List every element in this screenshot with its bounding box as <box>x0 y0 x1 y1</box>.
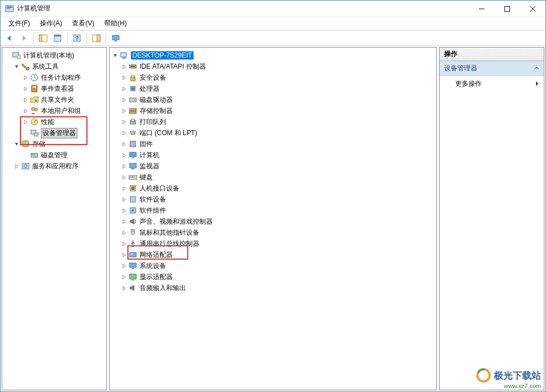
expand-icon[interactable] <box>120 184 128 193</box>
device-ports[interactable]: 端口 (COM 和 LPT) <box>111 127 435 138</box>
show-hide-tree-button[interactable] <box>37 32 50 44</box>
expand-icon[interactable] <box>21 117 30 126</box>
menubar: 文件(F) 操作(A) 查看(V) 帮助(H) <box>1 17 545 30</box>
expand-icon[interactable] <box>21 95 30 104</box>
svg-rect-51 <box>130 141 136 147</box>
device-ide[interactable]: IDE ATA/ATAPI 控制器 <box>111 61 435 72</box>
svg-rect-38 <box>131 66 135 67</box>
expand-icon[interactable] <box>120 272 128 281</box>
expand-icon[interactable] <box>120 128 128 137</box>
expand-icon[interactable] <box>120 84 128 93</box>
expand-icon[interactable] <box>120 206 128 215</box>
expand-icon[interactable] <box>21 84 30 93</box>
computer-icon <box>128 151 137 159</box>
tree-shared-folders[interactable]: 共享文件夹 <box>3 94 105 105</box>
tree-label: 显示适配器 <box>140 272 173 282</box>
minimize-button[interactable] <box>469 1 495 17</box>
device-processor[interactable]: 处理器 <box>111 83 435 94</box>
keyboard-icon <box>128 173 137 182</box>
tree-system-tools[interactable]: 系统工具 <box>3 61 105 72</box>
expand-icon[interactable] <box>120 73 128 82</box>
expand-icon[interactable] <box>120 261 128 270</box>
pc-icon <box>120 51 128 60</box>
expand-icon[interactable] <box>120 195 128 204</box>
tree-performance[interactable]: 性能 <box>3 116 105 127</box>
expand-icon[interactable] <box>120 162 128 171</box>
tree-device-manager[interactable]: 设备管理器 <box>3 127 105 138</box>
menu-action[interactable]: 操作(A) <box>35 18 66 29</box>
svg-point-48 <box>131 132 132 133</box>
app-icon <box>5 4 14 13</box>
tree-task-scheduler[interactable]: 任务计划程序 <box>3 72 105 83</box>
device-soft-dev[interactable]: 软件设备 <box>111 194 435 205</box>
menu-view[interactable]: 查看(V) <box>68 18 99 29</box>
device-keyboard[interactable]: 键盘 <box>111 172 435 183</box>
expand-icon[interactable] <box>120 117 128 126</box>
expand-icon[interactable] <box>120 217 128 226</box>
expand-icon[interactable] <box>21 73 30 82</box>
device-sound[interactable]: 声音、视频和游戏控制器 <box>111 216 435 227</box>
device-soft-comp[interactable]: 软件组件 <box>111 205 435 216</box>
view-options-button[interactable] <box>90 32 103 44</box>
svg-rect-70 <box>132 268 134 269</box>
collapse-icon[interactable] <box>12 62 21 71</box>
device-monitor[interactable]: 监视器 <box>111 161 435 172</box>
svg-rect-68 <box>131 254 132 255</box>
svg-rect-28 <box>34 133 38 136</box>
tree-root[interactable]: 计算机管理(本地) <box>3 50 105 61</box>
monitor-button[interactable] <box>109 32 122 44</box>
tree-label: 磁盘管理 <box>41 151 68 160</box>
expand-icon[interactable] <box>120 283 128 292</box>
close-button[interactable] <box>520 1 545 17</box>
device-security[interactable]: 安全设备 <box>111 72 435 83</box>
services-icon <box>21 162 30 171</box>
device-root[interactable]: DESKTOP-7S29EIT <box>111 50 435 61</box>
collapse-icon[interactable] <box>12 140 21 148</box>
expand-icon[interactable] <box>120 106 128 115</box>
expand-icon[interactable] <box>120 151 128 159</box>
device-system-dev[interactable]: 系统设备 <box>111 260 435 271</box>
tree-storage[interactable]: 存储 <box>3 138 105 149</box>
expand-icon[interactable] <box>120 239 128 248</box>
section-label: 设备管理器 <box>444 64 477 73</box>
svg-rect-18 <box>17 55 20 59</box>
expand-icon[interactable] <box>120 95 128 104</box>
device-computer[interactable]: 计算机 <box>111 149 435 161</box>
device-usb[interactable]: 通用串行总线控制器 <box>111 238 435 249</box>
expand-icon[interactable] <box>120 228 128 237</box>
device-firmware[interactable]: 固件 <box>111 138 435 149</box>
device-mouse[interactable]: 鼠标和其他指针设备 <box>111 227 435 238</box>
expand-icon[interactable] <box>120 62 128 71</box>
tree-event-viewer[interactable]: 事件查看器 <box>3 83 105 94</box>
device-print-queue[interactable]: 打印队列 <box>111 116 435 127</box>
device-display[interactable]: 显示适配器 <box>111 271 435 282</box>
audio-io-icon <box>128 283 137 292</box>
device-network[interactable]: 网络适配器 <box>111 249 435 260</box>
expand-icon[interactable] <box>120 140 128 148</box>
expand-icon[interactable] <box>12 162 21 171</box>
tree-label: 键盘 <box>140 173 153 182</box>
forward-button[interactable] <box>17 32 30 44</box>
help-button[interactable]: ? <box>70 32 84 44</box>
collapse-icon[interactable] <box>111 51 120 60</box>
expand-icon[interactable] <box>120 173 128 182</box>
collapse-icon <box>534 65 539 73</box>
maximize-button[interactable] <box>495 1 520 17</box>
device-storage-ctrl[interactable]: 存储控制器 <box>111 105 435 116</box>
usb-icon <box>128 239 137 248</box>
device-disk-drives[interactable]: 磁盘驱动器 <box>111 94 435 105</box>
more-actions[interactable]: 更多操作 <box>440 76 544 92</box>
back-button[interactable] <box>3 32 16 44</box>
menu-file[interactable]: 文件(F) <box>4 18 34 29</box>
device-hid[interactable]: 人机接口设备 <box>111 183 435 194</box>
device-audio-io[interactable]: 音频输入和输出 <box>111 282 435 293</box>
expand-icon[interactable] <box>120 250 128 259</box>
tree-label: 处理器 <box>140 84 159 94</box>
menu-help[interactable]: 帮助(H) <box>100 18 131 29</box>
tree-local-users[interactable]: 本地用户和组 <box>3 105 105 116</box>
properties-button[interactable] <box>51 32 64 44</box>
actions-section[interactable]: 设备管理器 <box>440 61 544 76</box>
tree-services-apps[interactable]: 服务和应用程序 <box>3 161 105 172</box>
expand-icon[interactable] <box>21 106 30 115</box>
tree-disk-management[interactable]: 磁盘管理 <box>3 149 105 161</box>
